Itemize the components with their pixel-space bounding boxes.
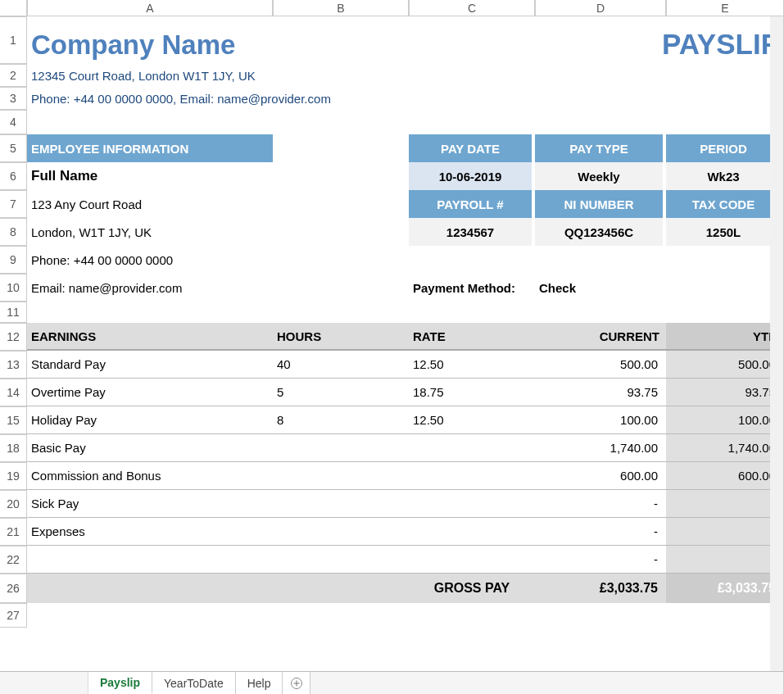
employee-full-name: Full Name	[27, 162, 273, 190]
row-header-10[interactable]: 10	[0, 274, 27, 302]
pay-type-header: PAY TYPE	[535, 134, 666, 162]
col-header-A[interactable]: A	[27, 0, 273, 16]
row-header-9[interactable]: 9	[0, 246, 27, 274]
employee-address1: 123 Any Court Road	[27, 190, 273, 218]
ni-header: NI NUMBER	[535, 190, 666, 218]
earn-rate[interactable]	[409, 434, 535, 462]
row-header-27[interactable]: 27	[0, 603, 27, 628]
earnings-col-hours: HOURS	[273, 323, 409, 351]
grid-corner[interactable]	[0, 0, 27, 16]
earn-hours[interactable]	[273, 490, 409, 518]
earn-current[interactable]: -	[535, 490, 666, 518]
row-header-7[interactable]: 7	[0, 190, 27, 218]
earn-desc[interactable]: Standard Pay	[27, 351, 273, 379]
row-header-22[interactable]: 22	[0, 546, 27, 574]
earn-current[interactable]: 500.00	[535, 351, 666, 379]
earn-current[interactable]: 93.75	[535, 379, 666, 406]
earn-hours[interactable]	[273, 462, 409, 490]
earn-desc[interactable]: Commission and Bonus	[27, 462, 273, 490]
earn-ytd[interactable]: 100.00	[666, 406, 784, 434]
earn-rate[interactable]	[409, 462, 535, 490]
tab-payslip[interactable]: Payslip	[88, 672, 152, 694]
payroll-header: PAYROLL #	[409, 190, 535, 218]
earn-rate[interactable]: 12.50	[409, 351, 535, 379]
earn-current[interactable]: 600.00	[535, 462, 666, 490]
pay-type-value[interactable]: Weekly	[535, 162, 666, 190]
earn-hours[interactable]: 8	[273, 406, 409, 434]
taxcode-value[interactable]: 1250L	[666, 218, 784, 246]
row-header-13[interactable]: 13	[0, 351, 27, 379]
ni-value[interactable]: QQ123456C	[535, 218, 666, 246]
earn-current[interactable]: -	[535, 546, 666, 574]
earnings-col-rate: RATE	[409, 323, 535, 351]
col-header-D[interactable]: D	[535, 0, 666, 16]
plus-icon	[290, 677, 303, 690]
earn-ytd[interactable]: -	[666, 518, 784, 546]
row-header-4[interactable]: 4	[0, 110, 27, 134]
payment-method-value: Check	[535, 274, 666, 302]
row-header-11[interactable]: 11	[0, 302, 27, 323]
earn-hours[interactable]	[273, 434, 409, 462]
taxcode-header: TAX CODE	[666, 190, 784, 218]
col-header-E[interactable]: E	[666, 0, 784, 16]
earn-desc[interactable]: Basic Pay	[27, 434, 273, 462]
earn-hours[interactable]: 5	[273, 379, 409, 406]
payroll-value[interactable]: 1234567	[409, 218, 535, 246]
row-header-19[interactable]: 19	[0, 462, 27, 490]
earn-ytd[interactable]: 500.00	[666, 351, 784, 379]
pay-date-value[interactable]: 10-06-2019	[409, 162, 535, 190]
vertical-scrollbar[interactable]	[770, 16, 783, 671]
earn-hours[interactable]	[273, 518, 409, 546]
earn-hours[interactable]	[273, 546, 409, 574]
earn-rate[interactable]	[409, 490, 535, 518]
company-name: Company Name	[27, 16, 409, 64]
earn-ytd[interactable]: 1,740.00	[666, 434, 784, 462]
col-header-C[interactable]: C	[409, 0, 535, 16]
earnings-col-ytd: YTD	[666, 323, 784, 351]
earn-rate[interactable]	[409, 518, 535, 546]
add-sheet-button[interactable]	[283, 672, 310, 694]
row-header-1[interactable]: 1	[0, 16, 27, 64]
row-header-2[interactable]: 2	[0, 64, 27, 87]
employee-info-header: EMPLOYEE INFORMATION	[27, 134, 273, 162]
period-header: PERIOD	[666, 134, 784, 162]
earn-ytd[interactable]: -	[666, 490, 784, 518]
gross-pay-current: £3,033.75	[535, 574, 666, 603]
earn-current[interactable]: -	[535, 518, 666, 546]
earn-desc[interactable]	[27, 546, 273, 574]
row-header-14[interactable]: 14	[0, 379, 27, 406]
tab-yeartodate[interactable]: YearToDate	[152, 672, 236, 694]
row-header-5[interactable]: 5	[0, 134, 27, 162]
row-header-3[interactable]: 3	[0, 87, 27, 110]
col-header-B[interactable]: B	[273, 0, 409, 16]
row-header-21[interactable]: 21	[0, 518, 27, 546]
tab-help[interactable]: Help	[236, 672, 283, 694]
row-header-20[interactable]: 20	[0, 490, 27, 518]
earn-current[interactable]: 1,740.00	[535, 434, 666, 462]
earn-ytd[interactable]: -	[666, 546, 784, 574]
earn-ytd[interactable]: 93.75	[666, 379, 784, 406]
row-header-8[interactable]: 8	[0, 218, 27, 246]
earn-ytd[interactable]: 600.00	[666, 462, 784, 490]
row-header-18[interactable]: 18	[0, 434, 27, 462]
row-header-6[interactable]: 6	[0, 162, 27, 190]
row-header-12[interactable]: 12	[0, 323, 27, 351]
earn-current[interactable]: 100.00	[535, 406, 666, 434]
earn-desc[interactable]: Overtime Pay	[27, 379, 273, 406]
payment-method-label: Payment Method:	[409, 274, 535, 302]
period-value[interactable]: Wk23	[666, 162, 784, 190]
earn-desc[interactable]: Holiday Pay	[27, 406, 273, 434]
payslip-title: PAYSLIP	[535, 16, 784, 64]
pay-date-header: PAY DATE	[409, 134, 535, 162]
earn-rate[interactable]: 18.75	[409, 379, 535, 406]
earn-rate[interactable]: 12.50	[409, 406, 535, 434]
row-header-15[interactable]: 15	[0, 406, 27, 434]
spreadsheet-grid[interactable]: A B C D E 1 Company Name PAYSLIP 2 12345…	[0, 0, 783, 628]
row-header-26[interactable]: 26	[0, 574, 27, 603]
earn-hours[interactable]: 40	[273, 351, 409, 379]
earnings-col-desc: EARNINGS	[27, 323, 273, 351]
earn-desc[interactable]: Sick Pay	[27, 490, 273, 518]
company-address: 12345 Court Road, London W1T 1JY, UK	[27, 64, 784, 87]
earn-desc[interactable]: Expenses	[27, 518, 273, 546]
earn-rate[interactable]	[409, 546, 535, 574]
